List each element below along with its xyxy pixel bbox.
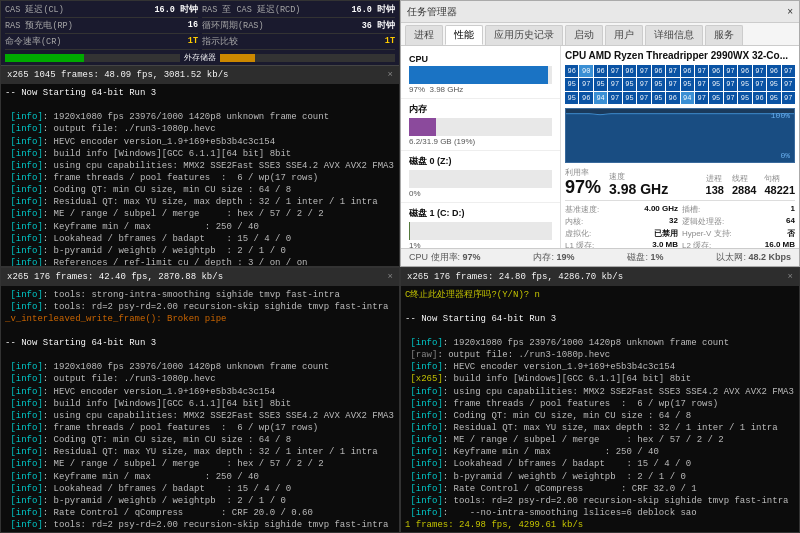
taskman-item-disk0[interactable]: 磁盘 0 (Z:) 0%	[401, 151, 560, 203]
terminal-line: -- Now Starting 64-bit Run 3	[405, 313, 795, 325]
terminal-tl-close[interactable]: ×	[388, 70, 393, 80]
cpu-info-hyperv: Hyper-V 支持: 否	[682, 228, 795, 239]
terminal-line: [info]: using cpu capabilities: MMX2 SSE…	[405, 386, 795, 398]
cpu-core: 94	[681, 92, 694, 104]
taskman-item-memory[interactable]: 内存 6.2/31.9 GB (19%)	[401, 99, 560, 151]
terminal-line: [info]: Lookahead / bframes / badapt : 1…	[5, 233, 395, 245]
terminal-line: [info]: frame threads / pool features : …	[405, 398, 795, 410]
cpu-core: 97	[724, 65, 737, 77]
memory-bar-container	[409, 118, 552, 136]
terminal-line: [info]: Coding QT: min CU size, min CU s…	[5, 434, 395, 446]
cpu-core: 96	[579, 92, 592, 104]
cpu-core: 95	[623, 92, 636, 104]
terminal-line: [info]: Residual QT: max YU size, max de…	[5, 196, 395, 208]
cas-row-rp: RAS 预充电(RP) 16	[5, 19, 198, 34]
taskman-close-button[interactable]: ×	[787, 6, 793, 17]
terminal-line: [info]: Lookahead / bframes / badapt : 1…	[405, 458, 795, 470]
cpu-bar	[409, 66, 548, 84]
cpu-info-l1: L1 缓存: 3.0 MB	[565, 240, 678, 247]
terminal-line: [info]: b-pyramid / weightb / weightpb :…	[405, 471, 795, 483]
terminal-br-body: C终止此处理器程序吗?(Y/N)? n -- Now Starting 64-b…	[401, 286, 799, 533]
cas-row-cr: 命令速率(CR) 1T	[5, 35, 198, 50]
cpu-info-virt: 虚拟化: 已禁用	[565, 228, 678, 239]
cpu-core: 97	[695, 92, 708, 104]
cpu-core: 95	[565, 78, 578, 90]
tab-startup[interactable]: 启动	[565, 25, 603, 45]
terminal-line: [x265]: build info [Windows][GCC 6.1.1][…	[405, 373, 795, 385]
taskman-content: CPU 97% 3.98 GHz 内存 6.2/31.9 GB (19%) 磁盘…	[401, 46, 799, 248]
tab-details[interactable]: 详细信息	[645, 25, 703, 45]
cas-indicator-value: 1T	[385, 36, 395, 48]
terminal-line: -- Now Starting 64-bit Run 3	[5, 337, 395, 349]
taskman-item-disk1[interactable]: 磁盘 1 (C: D:) 1%	[401, 203, 560, 248]
hyperv-value: 否	[787, 228, 795, 239]
terminal-line	[5, 99, 395, 111]
terminal-line: [info]: ME / range / subpel / merge : he…	[5, 458, 395, 470]
l1-value: 3.0 MB	[652, 240, 678, 247]
cpu-core: 97	[637, 65, 650, 77]
terminal-line: [info]: using cpu capabilities: MMX2 SSE…	[5, 160, 395, 172]
cpu-handles-label: 句柄	[764, 173, 795, 184]
task-manager-panel: 任务管理器 × 进程 性能 应用历史记录 启动 用户 详细信息 服务 CPU 9…	[400, 0, 800, 267]
l2-value: 16.0 MB	[765, 240, 795, 247]
basespeed-value: 4.00 GHz	[644, 204, 678, 215]
disk0-stats: 0%	[409, 189, 552, 198]
cpu-core: 95	[738, 78, 751, 90]
tab-performance[interactable]: 性能	[445, 25, 483, 45]
svg-marker-0	[566, 114, 794, 162]
terminal-line: [info]: frame threads / pool features : …	[5, 172, 395, 184]
disk0-label: 磁盘 0 (Z:)	[409, 155, 552, 168]
cpu-handles-stat: 句柄 48221	[764, 173, 795, 196]
terminal-header-line: C终止此处理器程序吗?(Y/N)? n	[405, 289, 795, 301]
terminal-line: 1 frames: 24.98 fps, 4299.61 kb/s	[405, 519, 795, 531]
terminal-line: [info]: output file: ./run3-1080p.hevc	[5, 123, 395, 135]
cpu-core: 97	[608, 65, 621, 77]
terminal-line	[5, 349, 395, 361]
cpu-usage-value: 97%	[565, 178, 601, 196]
terminal-bl-close[interactable]: ×	[388, 272, 393, 282]
terminal-line: [info]: tools: rd=2 psy-rd=2.00 recursio…	[405, 495, 795, 507]
taskman-tabs: 进程 性能 应用历史记录 启动 用户 详细信息 服务	[401, 23, 799, 46]
terminal-line: [info]: 1920x1080 fps 23976/1000 1420p8 …	[5, 361, 395, 373]
terminal-line: [info]: Residual QT: max YU size, max de…	[5, 446, 395, 458]
virt-label: 虚拟化:	[565, 228, 591, 239]
terminal-line	[405, 301, 795, 313]
terminal-line: [info]: Lookahead / bframes / badapt : 1…	[5, 483, 395, 495]
cpu-core: 97	[637, 78, 650, 90]
cpu-core: 96	[681, 65, 694, 77]
cas-progress-label: 外存储器	[184, 52, 216, 63]
cas-cl-label: CAS 延迟(CL)	[5, 4, 64, 16]
taskman-sidebar: CPU 97% 3.98 GHz 内存 6.2/31.9 GB (19%) 磁盘…	[401, 46, 561, 248]
cpu-graph-svg	[566, 109, 794, 162]
terminal-line: [info]: HEVC encoder version_1.9+169+e5b…	[5, 136, 395, 148]
cpu-core: 97	[666, 65, 679, 77]
logical-label: 逻辑处理器:	[682, 216, 724, 227]
cpu-core: 97	[608, 92, 621, 104]
terminal-line: [info]: References / ref-limit cu / dept…	[5, 257, 395, 267]
terminal-br-close[interactable]: ×	[788, 272, 793, 282]
taskman-item-cpu[interactable]: CPU 97% 3.98 GHz	[401, 50, 560, 99]
tab-processes[interactable]: 进程	[405, 25, 443, 45]
tab-services[interactable]: 服务	[705, 25, 743, 45]
tab-users[interactable]: 用户	[605, 25, 643, 45]
terminal-br-title: x265 176 frames: 24.80 fps, 4286.70 kb/s	[407, 272, 623, 282]
cpu-core: 97	[695, 65, 708, 77]
cpu-core-grid: 96 90 96 97 96 97 96 97 96 97 96 97 96 9…	[565, 65, 795, 104]
tab-app-history[interactable]: 应用历史记录	[485, 25, 563, 45]
cpu-core: 95	[681, 78, 694, 90]
cpu-info-sockets: 插槽: 1	[682, 204, 795, 215]
terminal-line: [info]: tools: strong-intra-smoothing si…	[5, 289, 395, 301]
terminal-line: [info]: HEVC encoder version_1.9+169+e5b…	[405, 361, 795, 373]
terminal-line: 42.70 fps, 2970.88 kb/s	[5, 531, 395, 532]
cpu-usage-stat: 利用率 97%	[565, 167, 601, 196]
terminal-line	[405, 325, 795, 337]
terminal-line: -- Now Starting 64-bit Run 3	[5, 87, 395, 99]
cpu-info-grid: 基准速度: 4.00 GHz 插槽: 1 内核: 32 逻辑处理器: 64	[565, 200, 795, 247]
terminal-line: [info]: using cpu capabilities: MMX2 SSE…	[5, 410, 395, 422]
cas-rp-label: RAS 预充电(RP)	[5, 20, 73, 32]
cpu-bar-container	[409, 66, 552, 84]
cpu-core: 95	[709, 78, 722, 90]
main-layout: CAS 延迟(CL) 16.0 时钟 RAS 至 CAS 延迟(RCD) 16.…	[0, 0, 800, 533]
terminal-line: [info]: Keyframe min / max : 250 / 40	[5, 221, 395, 233]
terminal-line: [info]: tools: rd=2 psy-rd=2.00 recursio…	[5, 519, 395, 531]
